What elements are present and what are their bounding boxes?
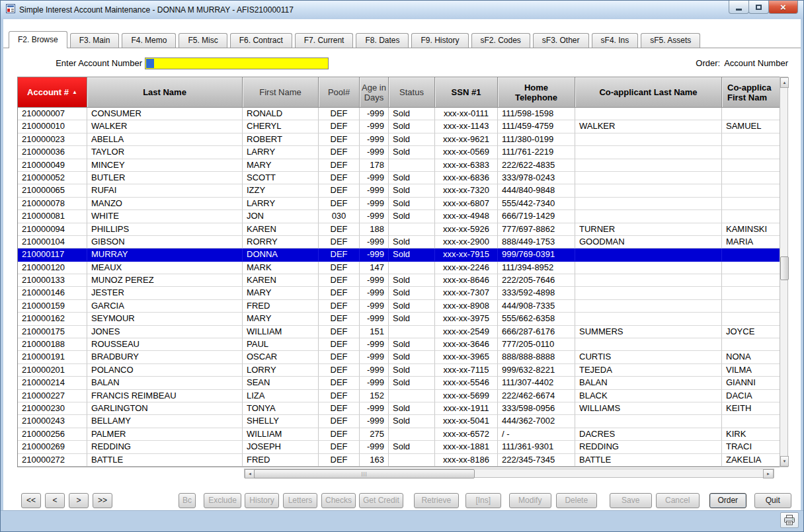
table-row-selected[interactable]: 210000117MURRAYDONNADEF-999Soldxxx-xx-79… — [18, 248, 780, 261]
button-bar: <<<>>>BcExcludeHistoryLettersChecksGet C… — [19, 492, 791, 508]
tab-sf5-assets[interactable]: sF5. Assets — [641, 33, 700, 48]
tab-sf2-codes[interactable]: sF2. Codes — [471, 33, 530, 48]
tab-f8-dates[interactable]: F8. Dates — [356, 33, 409, 48]
cell-account: 210000227 — [18, 390, 87, 402]
table-row[interactable]: 210000146JESTERMARYDEF-999Soldxxx-xx-730… — [18, 287, 780, 299]
cell-ssn1: xxx-xx-5699 — [435, 390, 498, 402]
ins-button[interactable]: [Ins] — [465, 493, 501, 508]
quit-button[interactable]: Quit — [754, 493, 791, 508]
table-row[interactable]: 210000104GIBSONRORRYDEF-999Soldxxx-xx-29… — [18, 236, 780, 248]
table-row[interactable]: 210000243BELLAMYSHELLYDEF-999Soldxxx-xx-… — [18, 415, 780, 428]
vertical-scrollbar[interactable]: ▲ ▼ — [780, 77, 788, 467]
bc-button[interactable]: Bc — [179, 493, 196, 508]
table-row[interactable]: 210000162SEYMOURMARYDEF-999Soldxxx-xx-39… — [18, 313, 780, 325]
column-header-account[interactable]: Account #▲ — [18, 77, 87, 108]
table-row[interactable]: 210000081WHITEJON030-999Soldxxx-xx-49486… — [18, 210, 780, 223]
cell-co_applicant_first_name: NONA — [722, 351, 780, 363]
table-row[interactable]: 210000049MINCEYMARYDEF178xxx-xx-6383222/… — [18, 159, 780, 172]
table-row[interactable]: 210000023ABELLAROBERTDEF-999Soldxxx-xx-9… — [18, 133, 780, 146]
cell-home_telephone: 222/622-4835 — [498, 159, 575, 172]
cell-ssn1: xxx-xx-5546 — [435, 377, 498, 389]
table-row[interactable]: 210000227FRANCIS REIMBEAULIZADEF152xxx-x… — [18, 390, 780, 402]
minimize-button[interactable] — [729, 1, 749, 14]
nav-prev-button[interactable]: < — [45, 493, 65, 508]
cell-home_telephone: 222/205-7646 — [498, 274, 575, 287]
title-bar[interactable]: Simple Interest Account Maintenance - DO… — [1, 1, 803, 19]
table-row[interactable]: 210000256PALMERWILLIAMDEF275xxx-xx-6572/… — [18, 428, 780, 441]
cell-home_telephone: 111/394-8952 — [498, 262, 575, 274]
horizontal-scroll-thumb[interactable]: ||| — [254, 469, 475, 478]
cell-first_name: OSCAR — [243, 351, 319, 363]
save-button[interactable]: Save — [610, 493, 652, 508]
table-row[interactable]: 210000188ROUSSEAUPAULDEF-999Soldxxx-xx-3… — [18, 338, 780, 351]
table-row[interactable]: 210000052BUTLERSCOTTDEF-999Soldxxx-xx-68… — [18, 172, 780, 184]
table-row[interactable]: 210000175JONESWILLIAMDEF151xxx-xx-254966… — [18, 326, 780, 338]
table-row[interactable]: 210000159GARCIAFREDDEF-999Soldxxx-xx-890… — [18, 300, 780, 313]
modify-button[interactable]: Modify — [509, 493, 551, 508]
tab-f9-history[interactable]: F9. History — [411, 33, 468, 48]
tab-f7-current[interactable]: F7. Current — [295, 33, 354, 48]
cell-pool: 030 — [319, 210, 360, 223]
table-row[interactable]: 210000065RUFAIIZZYDEF-999Soldxxx-xx-7320… — [18, 184, 780, 197]
account-number-input[interactable] — [145, 57, 329, 69]
table-row[interactable]: 210000120MEAUXMARKDEF147xxx-xx-2246111/3… — [18, 262, 780, 274]
tab-f4-memo[interactable]: F4. Memo — [122, 33, 176, 48]
table-row[interactable]: 210000272BATTLEFREDDEF163xxx-xx-8186222/… — [18, 454, 780, 467]
scroll-up-icon[interactable]: ▲ — [780, 77, 789, 88]
column-header-ssn1[interactable]: SSN #1 — [435, 77, 498, 108]
table-row[interactable]: 210000230GARLINGTONTONYADEF-999Soldxxx-x… — [18, 402, 780, 415]
column-header-age_in_days[interactable]: Age inDays — [360, 77, 389, 108]
cell-account: 210000036 — [18, 146, 87, 159]
history-button[interactable]: History — [245, 493, 279, 508]
tab-sf4-ins[interactable]: sF4. Ins — [592, 33, 639, 48]
table-row[interactable]: 210000269REDDINGJOSEPHDEF-999Soldxxx-xx-… — [18, 441, 780, 453]
nav-first-button[interactable]: << — [21, 493, 41, 508]
printer-icon[interactable] — [780, 512, 799, 528]
cell-ssn1: xxx-xx-1911 — [435, 402, 498, 415]
table-row[interactable]: 210000133MUNOZ PEREZKARENDEF-999Soldxxx-… — [18, 274, 780, 287]
close-button[interactable]: × — [768, 1, 798, 14]
cell-status — [389, 223, 435, 236]
nav-last-button[interactable]: >> — [93, 493, 112, 508]
exclude-button[interactable]: Exclude — [204, 493, 241, 508]
tab-f5-misc[interactable]: F5. Misc — [179, 33, 227, 48]
scroll-down-icon[interactable]: ▼ — [780, 456, 789, 467]
cell-pool: DEF — [319, 248, 360, 261]
table-row[interactable]: 210000007CONSUMERRONALDDEF-999Soldxxx-xx… — [18, 108, 780, 120]
get-credit-button[interactable]: Get Credit — [359, 493, 403, 508]
table-row[interactable]: 210000094PHILLIPSKARENDEF188xxx-xx-59267… — [18, 223, 780, 236]
tab-f2-browse[interactable]: F2. Browse — [9, 31, 67, 48]
column-header-last_name[interactable]: Last Name — [87, 77, 243, 108]
horizontal-scrollbar[interactable]: ◄ ||| ► — [244, 469, 774, 478]
column-header-co_applicant_last_name[interactable]: Co-applicant Last Name — [575, 77, 722, 108]
cell-age_in_days: -999 — [360, 377, 389, 389]
table-row[interactable]: 210000201POLANCOLORRYDEF-999Soldxxx-xx-7… — [18, 364, 780, 377]
vertical-scroll-thumb[interactable] — [780, 256, 789, 280]
cell-first_name: MARY — [243, 287, 319, 299]
cell-last_name: MANZO — [87, 198, 243, 210]
column-header-co_applicant_first_name[interactable]: Co-applicaFirst Nam — [722, 77, 780, 108]
table-row[interactable]: 210000010WALKERCHERYLDEF-999Soldxxx-xx-1… — [18, 120, 780, 133]
tab-f6-contract[interactable]: F6. Contract — [230, 33, 292, 48]
letters-button[interactable]: Letters — [283, 493, 317, 508]
table-row[interactable]: 210000191BRADBURYOSCARDEF-999Soldxxx-xx-… — [18, 351, 780, 363]
tab-sf3-other[interactable]: sF3. Other — [533, 33, 589, 48]
cell-account: 210000175 — [18, 326, 87, 338]
delete-button[interactable]: Delete — [556, 493, 597, 508]
tab-f3-main[interactable]: F3. Main — [70, 33, 120, 48]
cancel-button[interactable]: Cancel — [656, 493, 700, 508]
maximize-button[interactable] — [748, 1, 769, 14]
order-button[interactable]: Order — [709, 493, 746, 508]
scroll-right-icon[interactable]: ► — [763, 469, 774, 478]
table-row[interactable]: 210000214BALANSEANDEF-999Soldxxx-xx-5546… — [18, 377, 780, 389]
column-header-home_telephone[interactable]: HomeTelephone — [498, 77, 575, 108]
table-row[interactable]: 210000078MANZOLARRYDEF-999Soldxxx-xx-680… — [18, 198, 780, 210]
column-header-first_name[interactable]: First Name — [243, 77, 319, 108]
retrieve-button[interactable]: Retrieve — [414, 493, 459, 508]
nav-next-button[interactable]: > — [69, 493, 89, 508]
checks-button[interactable]: Checks — [321, 493, 356, 508]
table-row[interactable]: 210000036TAYLORLARRYDEF-999Soldxxx-xx-05… — [18, 146, 780, 159]
cell-co_applicant_last_name — [575, 198, 722, 210]
column-header-status[interactable]: Status — [389, 77, 435, 108]
column-header-pool[interactable]: Pool# — [319, 77, 360, 108]
